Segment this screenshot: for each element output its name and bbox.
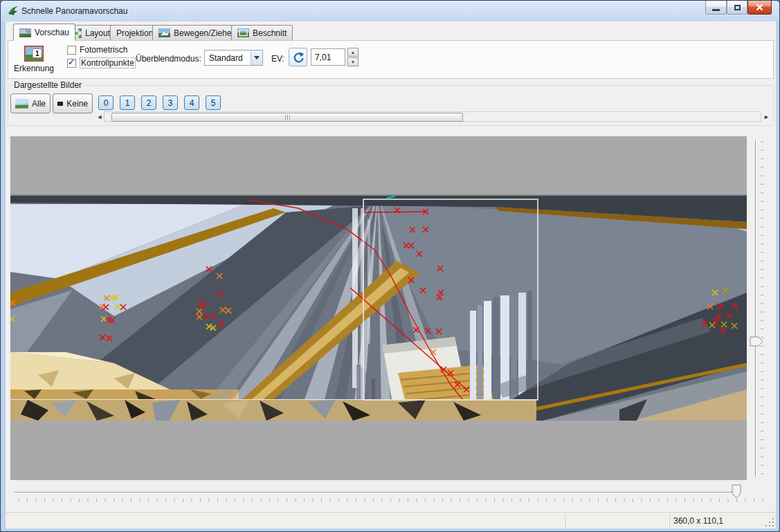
tab-label: Layout [85,28,110,38]
slider-ticks [19,499,763,502]
all-label: Alle [32,99,46,109]
image-toggle-1[interactable]: 1 [120,95,135,110]
scroll-right-icon: ► [763,113,770,120]
all-images-icon [15,98,28,109]
vertical-pitch-slider[interactable] [748,136,773,480]
grip-icon [285,115,290,120]
scroll-left-icon: ◄ [97,113,103,120]
panorama-preview-canvas[interactable] [10,136,747,480]
image-toggle-2[interactable]: 2 [141,95,156,110]
titlebar[interactable]: Schnelle Panoramavorschau [1,1,780,21]
horizontal-yaw-slider[interactable] [10,482,773,504]
show-all-button[interactable]: Alle [10,93,51,113]
tab-label: Beschnitt [253,28,287,38]
dropdown-arrow-zone[interactable] [251,51,262,65]
image-toggle-5[interactable]: 5 [206,95,221,110]
refresh-icon [291,51,305,64]
ev-value: 7,01 [315,53,331,62]
move-drag-icon [158,28,170,37]
crop-icon [237,28,249,37]
horizontal-slider-thumb[interactable] [732,485,741,498]
spin-up-icon: ▲ [351,50,356,55]
tab-label: Projektion [116,28,153,38]
controlpoints-label[interactable]: Kontrollpunkte [80,57,136,68]
blendmode-label: Überblendmodus: [136,54,201,64]
tab-label: Bewegen/Ziehen [174,28,236,38]
resize-grip[interactable] [765,517,774,526]
toolbar-separator [129,43,130,75]
no-images-icon [57,98,63,109]
ev-value-field[interactable]: 7,01 [311,48,345,66]
scroll-left-arrow[interactable]: ◄ [96,111,104,122]
image-toggle-4[interactable]: 4 [184,95,199,110]
tab-bewegen-ziehen[interactable]: Bewegen/Ziehen [152,25,242,40]
statusbar-separator [669,514,670,528]
scroll-right-arrow[interactable]: ► [762,111,771,122]
photometric-checkbox-box[interactable] [67,46,76,55]
maximize-icon [734,5,741,10]
scrollbar-thumb[interactable] [111,113,463,122]
photometric-checkbox[interactable]: Fotometrisch [67,45,127,55]
none-label: Keine [66,99,88,109]
blendmode-select[interactable]: Standard [204,50,263,66]
scrollbar-track[interactable] [104,111,761,122]
window-title: Schnelle Panoramavorschau [21,6,127,16]
svg-text:1: 1 [35,50,39,57]
statusbar: 360,0 x 110,1 [6,512,776,529]
tab-label: Vorschau [35,28,69,37]
control-point-connection-line [363,212,426,212]
maximize-button[interactable] [727,1,747,15]
chevron-down-icon [254,56,260,59]
toolbar-separator [62,43,62,75]
image-toggle-3[interactable]: 3 [163,95,178,110]
ev-label: EV: [271,54,284,64]
detect-icon: 1 [24,46,44,62]
controlpoints-checkbox-box[interactable]: ✓ [67,59,76,68]
images-scrollbar[interactable]: ◄ ► [96,111,771,122]
close-icon [756,3,763,11]
ev-spin-down[interactable]: ▼ [347,57,359,66]
detect-button[interactable]: 1 Erkennung [10,43,58,76]
close-button[interactable] [747,1,772,15]
slider-ticks [761,142,764,474]
app-window: Schnelle Panoramavorschau GL Vorschau [0,0,780,532]
check-icon: ✓ [68,57,75,67]
blendmode-value: Standard [205,53,251,63]
image-toggle-0[interactable]: 0 [98,95,114,110]
minimize-button[interactable] [705,1,727,15]
pano-size-status: 360,0 x 110,1 [673,516,723,526]
tab-beschnitt[interactable]: Beschnitt [231,25,293,40]
svg-text:GL: GL [20,29,27,34]
vertical-slider-thumb[interactable] [750,337,763,346]
displayed-images-label: Dargestellte Bilder [12,80,84,90]
ev-spin-up[interactable]: ▲ [347,48,359,57]
opengl-preview-icon: GL [19,28,31,37]
spin-down-icon: ▼ [351,59,356,64]
hugin-app-icon [7,5,19,17]
show-none-button[interactable]: Keine [53,93,93,113]
ev-refresh-button[interactable] [289,48,307,66]
tab-vorschau[interactable]: GL Vorschau [13,24,75,41]
panorama-image [10,194,747,421]
statusbar-separator [565,514,565,528]
photometric-label[interactable]: Fotometrisch [80,45,127,55]
minimize-icon [712,9,720,11]
detect-label: Erkennung [14,64,54,73]
controlpoints-checkbox[interactable]: ✓ Kontrollpunkte [67,57,136,68]
